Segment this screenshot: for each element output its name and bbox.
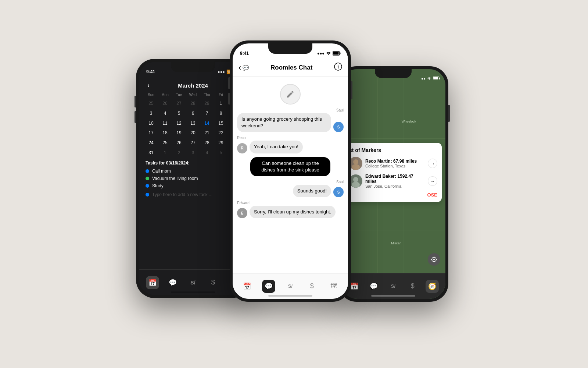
cal-day[interactable]: 4 xyxy=(200,148,214,158)
cal-day[interactable]: 5 xyxy=(214,148,228,158)
bubble-1: Is anyone going grocery shopping this we… xyxy=(237,113,331,132)
cal-day-today[interactable]: 14 xyxy=(200,119,214,128)
cal-day[interactable]: 1 xyxy=(158,148,172,158)
cal-day[interactable]: 19 xyxy=(172,128,186,138)
tab-exp-center[interactable]: $ xyxy=(305,280,319,293)
cal-day[interactable]: 1 xyxy=(214,99,228,108)
cal-day[interactable]: 3 xyxy=(186,148,200,158)
cal-day[interactable]: 15 xyxy=(214,119,228,128)
tab-cal-center[interactable]: 📅 xyxy=(240,280,254,293)
tab-chat[interactable]: 💬 xyxy=(166,276,179,289)
tab-chat-right[interactable]: 💬 xyxy=(367,280,380,293)
close-label: OSE xyxy=(427,192,437,198)
marker-info-1: Reco Martin: 67.98 miles College Station… xyxy=(365,159,425,168)
back-button[interactable]: ‹ 💬 xyxy=(239,64,249,72)
cal-day[interactable]: 8 xyxy=(214,109,228,118)
notch-left xyxy=(171,62,215,72)
cal-day[interactable]: 10 xyxy=(144,119,158,128)
calendar-month-title: March 2024 xyxy=(178,82,208,89)
cal-day[interactable]: 5 xyxy=(172,109,186,118)
cal-day[interactable]: 12 xyxy=(172,119,186,128)
new-task-dot xyxy=(146,193,149,197)
msg-sender-5: Edward xyxy=(237,201,344,205)
cal-day[interactable]: 26 xyxy=(172,138,186,148)
cal-day[interactable]: 29 xyxy=(200,99,214,108)
tab-chat-center[interactable]: 💬 xyxy=(262,280,275,293)
cal-day[interactable]: 28 xyxy=(200,138,214,148)
tab-calendar[interactable]: 📅 xyxy=(146,276,159,289)
map-background: Wheelock Tabor Kubler Wilson Valley Roma… xyxy=(341,69,445,299)
tab-exp-right[interactable]: $ xyxy=(406,280,419,293)
cal-day[interactable]: 27 xyxy=(186,138,200,148)
cal-day[interactable]: 26 xyxy=(158,99,172,108)
calendar-day-headers: Sun Mon Tue Wed Thu Fri Sat xyxy=(144,92,242,98)
cal-day[interactable]: 18 xyxy=(158,128,172,138)
msg-row-3: Can someone clean up the dishes from the… xyxy=(237,157,344,176)
tab-tasks[interactable]: S/ xyxy=(186,276,200,289)
right-phone-screen: Wheelock Tabor Kubler Wilson Valley Roma… xyxy=(341,69,445,299)
cal-day[interactable]: 4 xyxy=(158,109,172,118)
cal-day[interactable]: 29 xyxy=(214,138,228,148)
tab-map-center[interactable]: 🗺 xyxy=(327,280,340,293)
group-avatar[interactable] xyxy=(280,84,301,105)
cal-week-1: 25 26 27 28 29 1 2 xyxy=(144,99,242,108)
task-item-3: Study xyxy=(146,183,240,188)
chat-title: Roomies Chat xyxy=(249,64,334,71)
cal-day[interactable]: 2 xyxy=(172,148,186,158)
cal-day[interactable]: 25 xyxy=(158,138,172,148)
msg-row-4: Sounds good! S xyxy=(237,185,344,197)
cal-day[interactable]: 6 xyxy=(186,109,200,118)
day-sun: Sun xyxy=(144,92,158,98)
location-button[interactable] xyxy=(428,253,440,266)
marker-avatar-edward xyxy=(349,174,362,188)
new-task-input[interactable]: Type here to add a new task ... xyxy=(152,192,212,197)
cal-day[interactable]: 20 xyxy=(186,128,200,138)
prev-month-button[interactable]: ‹ xyxy=(144,81,153,90)
new-task-row: Type here to add a new task ... xyxy=(146,192,240,197)
cal-day[interactable]: 31 xyxy=(144,148,158,158)
message-4: Saul Sounds good! S xyxy=(237,180,344,197)
cal-day[interactable]: 28 xyxy=(186,99,200,108)
group-avatar-area xyxy=(233,77,348,108)
home-indicator-right xyxy=(371,295,415,297)
svg-rect-8 xyxy=(433,77,438,79)
bubble-5: Sorry, I'll clean up my dishes tonight. xyxy=(250,206,336,218)
map-close-button[interactable]: OSE xyxy=(349,192,437,198)
phone-right: Wheelock Tabor Kubler Wilson Valley Roma… xyxy=(338,66,448,302)
time-left: 9:41 xyxy=(146,69,155,74)
cal-day[interactable]: 17 xyxy=(144,128,158,138)
calendar-nav: ‹ March 2024 › xyxy=(144,78,242,92)
svg-point-14 xyxy=(433,259,435,260)
msg-row-2: R Yeah, I can take you! xyxy=(237,141,344,153)
tab-expenses[interactable]: $ xyxy=(207,276,220,289)
map-label-milican: Milican xyxy=(391,241,401,245)
task-item-2: Vacuum the living room xyxy=(146,176,240,181)
svg-rect-1 xyxy=(340,53,341,54)
cal-day[interactable]: 7 xyxy=(200,109,214,118)
pencil-icon xyxy=(286,90,295,99)
msg-row-5: E Sorry, I'll clean up my dishes tonight… xyxy=(237,206,344,218)
tab-map-right[interactable]: 🧭 xyxy=(426,280,439,293)
marker-arrow-1[interactable]: → xyxy=(428,159,437,168)
cal-day[interactable]: 21 xyxy=(200,128,214,138)
cal-day[interactable]: 22 xyxy=(214,128,228,138)
marker-avatar-reco xyxy=(349,157,362,170)
signal-icon: ●●● xyxy=(218,70,225,74)
cal-day[interactable]: 3 xyxy=(144,109,158,118)
svg-point-9 xyxy=(353,159,358,164)
marker-name-1: Reco Martin: 67.98 miles xyxy=(365,159,425,164)
marker-arrow-2[interactable]: → xyxy=(428,176,437,186)
cal-week-3: 10 11 12 13 14 15 16 xyxy=(144,119,242,128)
tab-tasks-center[interactable]: S/ xyxy=(284,280,297,293)
cal-day[interactable]: 24 xyxy=(144,138,158,148)
tab-tasks-right[interactable]: S/ xyxy=(387,280,400,293)
map-road-h3 xyxy=(341,230,445,230)
cal-day[interactable]: 11 xyxy=(158,119,172,128)
cal-day[interactable]: 27 xyxy=(172,99,186,108)
avatar-photo-edward xyxy=(349,174,362,188)
map-overlay: st of Markers Reco Martin: xyxy=(345,143,442,202)
info-button[interactable] xyxy=(334,63,342,72)
cal-day[interactable]: 25 xyxy=(144,99,158,108)
map-overlay-title: st of Markers xyxy=(349,147,437,153)
cal-day[interactable]: 13 xyxy=(186,119,200,128)
